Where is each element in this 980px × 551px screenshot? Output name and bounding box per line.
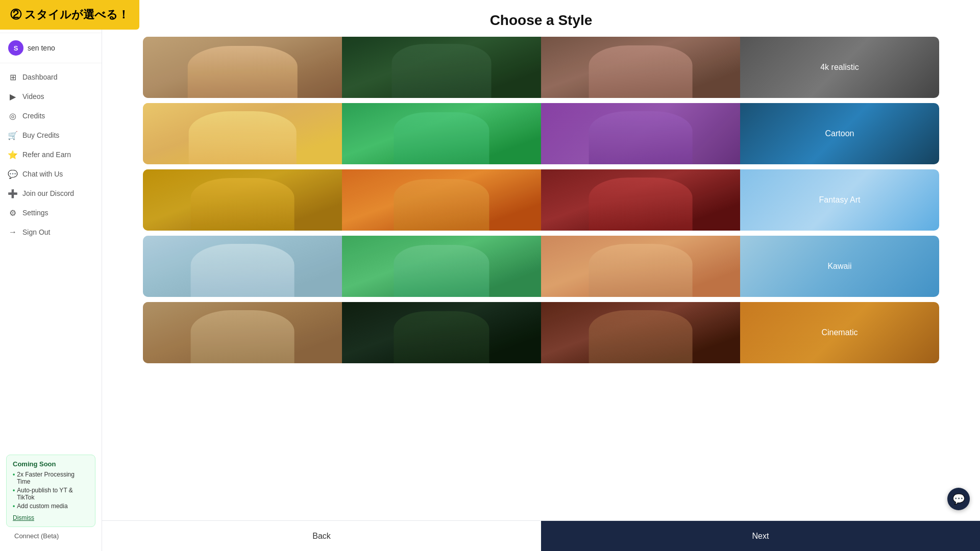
sidebar-item-chat[interactable]: 💬 Chat with Us [0, 164, 102, 184]
videos-icon: ▶ [8, 92, 17, 101]
style-row-realistic[interactable]: 4k realistic [143, 37, 939, 98]
style-label-cartoon: Cartoon [740, 103, 939, 164]
style-row-cinematic[interactable]: Cinematic [143, 302, 939, 363]
back-button[interactable]: Back [102, 521, 541, 551]
buy-credits-icon: 🛒 [8, 131, 17, 140]
coming-soon-list: 2x Faster Processing Time Auto-publish t… [13, 471, 89, 510]
style-label-kawaii: Kawaii [740, 236, 939, 297]
coming-soon-item: 2x Faster Processing Time [13, 471, 89, 485]
announcement-text: ② スタイルが選べる！ [10, 8, 129, 21]
style-image-cartoon-1 [143, 103, 342, 164]
sidebar-item-label: Credits [22, 112, 45, 120]
coming-soon-title: Coming Soon [13, 460, 89, 468]
style-name: Cartoon [825, 129, 854, 138]
styles-grid: 4k realistic Cartoon [102, 37, 980, 520]
user-info: S sen teno [0, 33, 102, 63]
style-image-cartoon-2 [342, 103, 541, 164]
sidebar-item-label: Dashboard [22, 73, 58, 81]
style-name: Kawaii [827, 262, 851, 271]
style-image-cinematic-3 [541, 302, 740, 363]
sidebar-item-label: Buy Credits [22, 131, 59, 139]
sidebar-item-label: Settings [22, 209, 48, 217]
page-title-bar: Choose a Style [102, 0, 980, 37]
avatar: S [8, 40, 23, 56]
coming-soon-box: Coming Soon 2x Faster Processing Time Au… [6, 455, 95, 527]
chat-bubble-icon: 💬 [952, 493, 965, 505]
dashboard-icon: ⊞ [8, 72, 17, 82]
chat-bubble-button[interactable]: 💬 [947, 488, 970, 510]
announcement-banner: ② スタイルが選べる！ [0, 0, 139, 30]
style-name: Fantasy Art [819, 195, 861, 205]
next-button[interactable]: Next [541, 521, 980, 551]
style-label-fantasy: Fantasy Art [740, 169, 939, 231]
credits-icon: ◎ [8, 111, 17, 120]
style-row-cartoon[interactable]: Cartoon [143, 103, 939, 164]
sidebar-item-signout[interactable]: → Sign Out [0, 222, 102, 242]
connect-beta[interactable]: Connect (Beta) [6, 527, 95, 545]
style-name: Cinematic [821, 328, 857, 337]
style-image-cinematic-2 [342, 302, 541, 363]
sidebar: ✦ Autoclips App S sen teno ⊞ Dashboard ▶… [0, 0, 102, 551]
sidebar-item-label: Refer and Earn [22, 151, 71, 159]
main-content: Choose a Style 4k realistic [102, 0, 980, 551]
sidebar-item-discord[interactable]: ➕ Join our Discord [0, 184, 102, 203]
style-image-kawaii-1 [143, 236, 342, 297]
style-label-realistic: 4k realistic [740, 37, 939, 98]
sidebar-item-refer-earn[interactable]: ⭐ Refer and Earn [0, 145, 102, 164]
style-image-kawaii-3 [541, 236, 740, 297]
style-image-fantasy-3 [541, 169, 740, 231]
sidebar-bottom: Coming Soon 2x Faster Processing Time Au… [0, 448, 102, 551]
style-row-kawaii[interactable]: Kawaii [143, 236, 939, 297]
user-name: sen teno [28, 44, 55, 52]
bottom-bar: Back Next [102, 520, 980, 551]
signout-icon: → [8, 228, 17, 237]
nav-menu: ⊞ Dashboard ▶ Videos ◎ Credits 🛒 Buy Cre… [0, 63, 102, 448]
style-image-fantasy-2 [342, 169, 541, 231]
sidebar-item-buy-credits[interactable]: 🛒 Buy Credits [0, 126, 102, 145]
refer-icon: ⭐ [8, 150, 17, 159]
sidebar-item-label: Join our Discord [22, 189, 74, 197]
style-image-cinematic-1 [143, 302, 342, 363]
style-row-fantasy[interactable]: Fantasy Art [143, 169, 939, 231]
style-image-kawaii-2 [342, 236, 541, 297]
style-image-realistic-3 [541, 37, 740, 98]
sidebar-item-dashboard[interactable]: ⊞ Dashboard [0, 67, 102, 87]
dismiss-link[interactable]: Dismiss [13, 514, 34, 521]
sidebar-item-label: Sign Out [22, 228, 50, 236]
style-image-cartoon-3 [541, 103, 740, 164]
page-title: Choose a Style [102, 12, 980, 29]
coming-soon-item: Auto-publish to YT & TikTok [13, 487, 89, 501]
style-name: 4k realistic [820, 63, 859, 72]
chat-icon: 💬 [8, 169, 17, 179]
sidebar-item-videos[interactable]: ▶ Videos [0, 87, 102, 106]
sidebar-item-settings[interactable]: ⚙ Settings [0, 203, 102, 222]
settings-icon: ⚙ [8, 208, 17, 217]
style-image-realistic-1 [143, 37, 342, 98]
sidebar-item-credits[interactable]: ◎ Credits [0, 106, 102, 126]
style-image-realistic-2 [342, 37, 541, 98]
sidebar-item-label: Chat with Us [22, 170, 63, 178]
sidebar-item-label: Videos [22, 92, 44, 101]
style-image-fantasy-1 [143, 169, 342, 231]
coming-soon-item: Add custom media [13, 503, 89, 510]
style-label-cinematic: Cinematic [740, 302, 939, 363]
discord-icon: ➕ [8, 189, 17, 198]
